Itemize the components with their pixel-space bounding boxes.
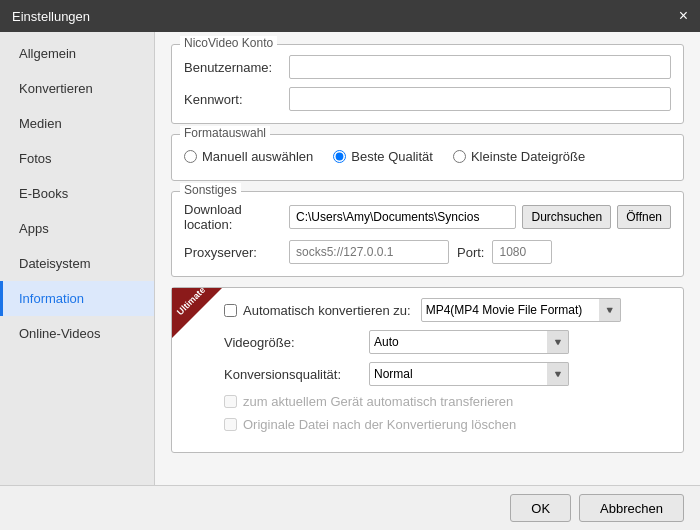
sidebar-item-label: Fotos [19,151,52,166]
transfer-checkbox[interactable] [224,395,237,408]
benutzername-input[interactable] [289,55,671,79]
settings-window: Einstellungen × Allgemein Konvertieren M… [0,0,700,530]
konversionsqualitaet-label: Konversionsqualität: [224,367,369,382]
radio-best-input[interactable] [333,150,346,163]
delete-checkbox[interactable] [224,418,237,431]
videogroesse-select-wrapper: Auto 720p 1080p 480p ▼ [369,330,569,354]
proxy-row: Proxyserver: Port: [184,240,671,264]
footer: OK Abbrechen [0,485,700,530]
sonstiges-group: Sonstiges Download location: Durchsuchen… [171,191,684,277]
sidebar-item-apps[interactable]: Apps [0,211,154,246]
download-location-input[interactable] [289,205,516,229]
transfer-row: zum aktuellem Gerät automatisch transfer… [184,394,671,409]
sidebar-item-label: Apps [19,221,49,236]
ok-button[interactable]: OK [510,494,571,522]
sonstiges-group-title: Sonstiges [180,183,241,197]
videogroesse-row: Videogröße: Auto 720p 1080p 480p ▼ [184,330,671,354]
proxy-input[interactable] [289,240,449,264]
ultimate-section: Ultimate Automatisch konvertieren zu: MP… [171,287,684,453]
auto-convert-select-wrapper: MP4(MP4 Movie File Format) AVI MOV MKV ▼ [421,298,621,322]
main-content: Allgemein Konvertieren Medien Fotos E-Bo… [0,32,700,485]
sidebar-item-konvertieren[interactable]: Konvertieren [0,71,154,106]
proxy-controls: Port: [289,240,552,264]
open-button[interactable]: Öffnen [617,205,671,229]
videogroesse-label: Videogröße: [224,335,369,350]
sidebar-item-medien[interactable]: Medien [0,106,154,141]
sidebar-item-online-videos[interactable]: Online-Videos [0,316,154,351]
kennwort-input[interactable] [289,87,671,111]
videogroesse-select[interactable]: Auto 720p 1080p 480p [369,330,569,354]
sidebar-item-label: Konvertieren [19,81,93,96]
delete-check-label[interactable]: Originale Datei nach der Konvertierung l… [224,417,516,432]
nicovideo-group-title: NicoVideo Konto [180,36,277,50]
sidebar-item-label: Allgemein [19,46,76,61]
download-row: Download location: Durchsuchen Öffnen [184,202,671,232]
sidebar-item-dateisystem[interactable]: Dateisystem [0,246,154,281]
formatauswahl-group-title: Formatauswahl [180,126,270,140]
sidebar-item-label: Dateisystem [19,256,91,271]
sidebar-item-ebooks[interactable]: E-Books [0,176,154,211]
proxy-label: Proxyserver: [184,245,289,260]
cancel-button[interactable]: Abbrechen [579,494,684,522]
benutzername-label: Benutzername: [184,60,289,75]
window-title: Einstellungen [12,9,90,24]
radio-smallest-input[interactable] [453,150,466,163]
download-controls: Durchsuchen Öffnen [289,205,671,229]
sidebar-item-label: Information [19,291,84,306]
port-input[interactable] [492,240,552,264]
radio-best[interactable]: Beste Qualität [333,149,433,164]
formatauswahl-radio-group: Manuell auswählen Beste Qualität Kleinst… [184,145,671,168]
auto-convert-check-label[interactable]: Automatisch konvertieren zu: [224,303,411,318]
sidebar-item-label: E-Books [19,186,68,201]
delete-row: Originale Datei nach der Konvertierung l… [184,417,671,432]
formatauswahl-group: Formatauswahl Manuell auswählen Beste Qu… [171,134,684,181]
download-label: Download location: [184,202,289,232]
auto-convert-select[interactable]: MP4(MP4 Movie File Format) AVI MOV MKV [421,298,621,322]
videogroesse-select-arrow: ▼ [547,330,569,354]
content-area: NicoVideo Konto Benutzername: Kennwort: … [155,32,700,485]
radio-manual-input[interactable] [184,150,197,163]
close-button[interactable]: × [679,8,688,24]
port-label: Port: [457,245,484,260]
sidebar: Allgemein Konvertieren Medien Fotos E-Bo… [0,32,155,485]
auto-convert-checkbox[interactable] [224,304,237,317]
auto-convert-row: Automatisch konvertieren zu: MP4(MP4 Mov… [184,298,671,322]
title-bar: Einstellungen × [0,0,700,32]
konversionsqualitaet-select[interactable]: Normal High Low [369,362,569,386]
transfer-check-label[interactable]: zum aktuellem Gerät automatisch transfer… [224,394,513,409]
ultimate-ribbon: Ultimate [172,288,222,338]
kennwort-row: Kennwort: [184,87,671,111]
browse-button[interactable]: Durchsuchen [522,205,611,229]
konversionsqualitaet-row: Konversionsqualität: Normal High Low ▼ [184,362,671,386]
konversionsqualitaet-select-arrow: ▼ [547,362,569,386]
sidebar-item-label: Online-Videos [19,326,100,341]
sidebar-item-fotos[interactable]: Fotos [0,141,154,176]
konversionsqualitaet-select-wrapper: Normal High Low ▼ [369,362,569,386]
benutzername-row: Benutzername: [184,55,671,79]
ultimate-ribbon-text: Ultimate [172,288,212,322]
radio-manual[interactable]: Manuell auswählen [184,149,313,164]
sidebar-item-information[interactable]: Information [0,281,154,316]
sidebar-item-allgemein[interactable]: Allgemein [0,36,154,71]
nicovideo-group: NicoVideo Konto Benutzername: Kennwort: [171,44,684,124]
radio-smallest[interactable]: Kleinste Dateigröße [453,149,585,164]
auto-convert-select-arrow: ▼ [599,298,621,322]
kennwort-label: Kennwort: [184,92,289,107]
sidebar-item-label: Medien [19,116,62,131]
